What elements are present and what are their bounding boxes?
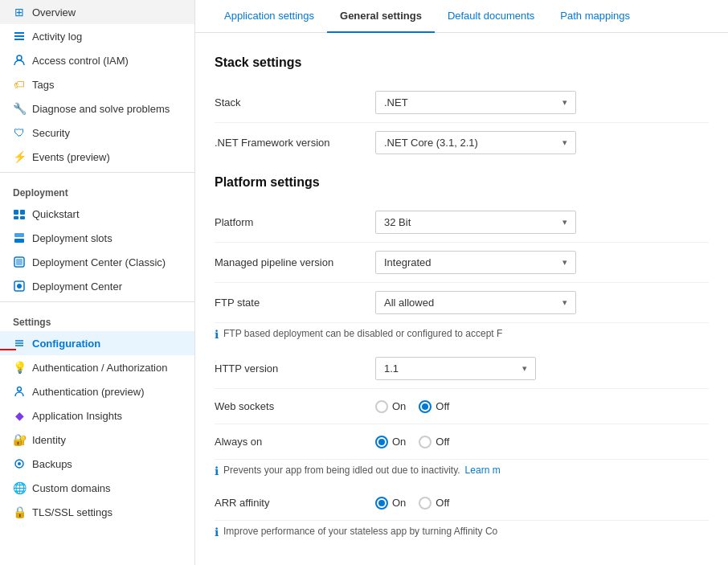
sidebar-item-access-control[interactable]: Access control (IAM) [0,48,194,72]
always-on-on-radio[interactable] [375,436,388,448]
sidebar-item-label: Configuration [32,338,100,350]
ftp-state-row: FTP state All allowed ▾ [215,283,709,323]
stack-dropdown[interactable]: .NET ▾ [375,91,576,114]
always-on-info-row: ℹ Prevents your app from being idled out… [215,460,709,485]
sidebar-item-label: Quickstart [32,208,80,220]
managed-pipeline-label: Managed pipeline version [215,256,375,268]
tags-icon: 🏷 [13,78,26,91]
arr-affinity-radio-group: On Off [375,497,709,510]
svg-rect-5 [20,210,25,215]
platform-dropdown-arrow: ▾ [562,217,567,227]
sidebar-item-deployment-center[interactable]: Deployment Center [0,274,194,298]
stack-dropdown-arrow: ▾ [562,97,567,108]
svg-point-3 [17,55,22,60]
sidebar-item-auth-authorization[interactable]: 💡 Authentication / Authorization [0,355,194,379]
svg-rect-1 [14,35,24,37]
sidebar-item-auth-preview[interactable]: Authentication (preview) [0,379,194,403]
sidebar-item-label: Tags [32,79,54,91]
sidebar-item-label: Application Insights [32,410,122,422]
ftp-state-dropdown[interactable]: All allowed ▾ [375,291,576,314]
main-content: Application settings General settings De… [195,0,728,565]
custom-domains-icon: 🌐 [13,481,26,494]
tab-path-mappings[interactable]: Path mappings [547,0,643,33]
managed-pipeline-dropdown-arrow: ▾ [562,257,567,268]
web-sockets-row: Web sockets On Off [215,389,709,424]
security-icon: 🛡 [13,126,26,139]
arr-affinity-off-radio[interactable] [419,497,431,510]
http-version-label: HTTP version [215,362,375,375]
svg-point-19 [18,462,21,465]
sidebar-item-activity-log[interactable]: Activity log [0,24,194,48]
ftp-state-control: All allowed ▾ [375,291,709,314]
sidebar-item-label: Security [32,127,70,139]
tab-general-settings[interactable]: General settings [327,0,435,33]
sidebar-item-security[interactable]: 🛡 Security [0,121,194,145]
web-sockets-radio-group: On Off [375,400,709,413]
ftp-state-dropdown-arrow: ▾ [562,297,567,308]
tab-default-documents[interactable]: Default documents [435,0,547,33]
http-version-dropdown-arrow: ▾ [522,363,527,374]
always-on-on-option[interactable]: On [375,436,406,448]
sidebar-item-backups[interactable]: Backups [0,452,194,476]
sidebar-item-label: Deployment Center [32,280,122,293]
sidebar-item-configuration[interactable]: Configuration [0,331,194,355]
arr-affinity-on-option[interactable]: On [375,497,406,510]
platform-control: 32 Bit ▾ [375,211,709,234]
web-sockets-off-radio[interactable] [419,400,431,413]
sidebar-item-custom-domains[interactable]: 🌐 Custom domains [0,476,194,500]
sidebar-item-deployment-center-classic[interactable]: Deployment Center (Classic) [0,250,194,274]
backups-icon [13,457,26,470]
sidebar-item-label: Overview [32,6,76,18]
net-framework-label: .NET Framework version [215,137,375,149]
sidebar-item-label: Backups [32,458,72,470]
web-sockets-on-radio[interactable] [375,400,388,413]
sidebar-item-events[interactable]: ⚡ Events (preview) [0,145,194,169]
platform-label: Platform [215,216,375,228]
arr-affinity-info-icon: ℹ [215,526,219,538]
arr-affinity-on-radio[interactable] [375,497,388,510]
svg-point-13 [17,284,22,289]
http-version-dropdown[interactable]: 1.1 ▾ [375,357,536,380]
sidebar-item-tls-ssl[interactable]: 🔒 TLS/SSL settings [0,500,194,524]
ftp-state-label: FTP state [215,297,375,309]
always-on-off-radio[interactable] [419,436,431,448]
net-framework-value: .NET Core (3.1, 2.1) [384,137,478,149]
managed-pipeline-row: Managed pipeline version Integrated ▾ [215,243,709,283]
always-on-radio-group: On Off [375,436,709,448]
sidebar-item-quickstart[interactable]: Quickstart [0,202,194,226]
http-version-row: HTTP version 1.1 ▾ [215,349,709,389]
sidebar-item-label: Identity [32,434,66,446]
sidebar-item-label: TLS/SSL settings [32,506,112,518]
always-on-info-link[interactable]: Learn m [465,465,501,476]
svg-point-17 [18,387,22,391]
svg-rect-0 [14,32,24,34]
sidebar-item-app-insights[interactable]: ◆ Application Insights [0,403,194,428]
sidebar-item-label: Authentication / Authorization [32,362,167,374]
deployment-center-classic-icon [13,256,26,268]
arr-affinity-off-option[interactable]: Off [419,497,449,510]
net-framework-row: .NET Framework version .NET Core (3.1, 2… [215,123,709,162]
quickstart-icon [13,207,26,220]
always-on-info-text: Prevents your app from being idled out d… [223,465,460,476]
platform-dropdown[interactable]: 32 Bit ▾ [375,211,576,234]
svg-rect-4 [14,210,18,215]
sidebar-item-deployment-slots[interactable]: Deployment slots [0,226,194,250]
divider-deployment [0,172,194,173]
stack-control: .NET ▾ [375,91,709,114]
web-sockets-on-option[interactable]: On [375,400,406,413]
sidebar-item-identity[interactable]: 🔐 Identity [0,428,194,452]
managed-pipeline-dropdown[interactable]: Integrated ▾ [375,251,576,274]
net-framework-dropdown[interactable]: .NET Core (3.1, 2.1) ▾ [375,131,576,154]
sidebar-item-label: Events (preview) [32,151,110,163]
sidebar-item-overview[interactable]: ⊞ Overview [0,0,194,24]
arr-affinity-control: On Off [375,497,709,510]
always-on-off-option[interactable]: Off [419,436,449,448]
ftp-info-row: ℹ FTP based deployment can be disabled o… [215,323,709,349]
sidebar: ⊞ Overview Activity log Access control (… [0,0,195,565]
settings-content: Stack settings Stack .NET ▾ .NET Framewo… [195,33,728,565]
web-sockets-off-option[interactable]: Off [419,400,449,413]
arr-affinity-info-text: Improve performance of your stateless ap… [223,526,497,537]
sidebar-item-diagnose[interactable]: 🔧 Diagnose and solve problems [0,96,194,121]
sidebar-item-tags[interactable]: 🏷 Tags [0,72,194,96]
tab-application-settings[interactable]: Application settings [211,0,327,33]
